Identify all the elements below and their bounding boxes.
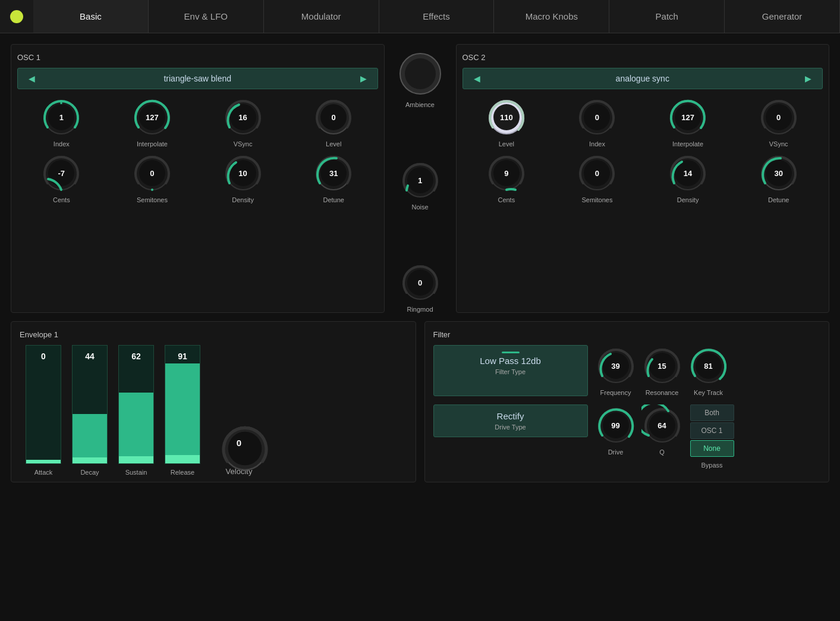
osc1-level-knob[interactable]: 0 — [313, 96, 354, 138]
velocity-knob[interactable]: 0 — [218, 422, 260, 463]
noise-knob-cell: 1 Noise — [399, 159, 441, 211]
svg-point-45 — [696, 353, 722, 379]
svg-point-39 — [228, 432, 262, 466]
svg-point-37 — [766, 160, 792, 186]
osc1-detune-knob[interactable]: 31 — [313, 152, 354, 194]
drive-type-selector[interactable]: Rectify Drive Type — [433, 404, 588, 437]
bypass-none-btn[interactable]: None — [690, 440, 734, 457]
osc2-cents-knob[interactable]: 9 — [486, 152, 527, 194]
svg-point-47 — [603, 412, 629, 438]
osc1-density-knob[interactable]: 10 — [222, 152, 264, 194]
osc2-level-big-knob-cell: 110 Level — [463, 96, 551, 148]
osc2-interpolate-knob[interactable]: 127 — [667, 96, 709, 138]
env-sustain-group: 62 Sustain — [118, 345, 154, 476]
osc2-density-knob[interactable]: 14 — [667, 152, 709, 194]
osc2-level-big-knob[interactable]: 110 — [486, 96, 527, 138]
ringmod-knob[interactable]: 0 — [399, 262, 441, 303]
keytrack-knob[interactable]: 81 — [688, 345, 729, 387]
filter-selector-accent — [502, 352, 520, 353]
osc1-cents-knob-cell: -7 Cents — [17, 152, 106, 203]
osc1-detune-knob-cell: 31 Detune — [290, 152, 378, 203]
osc2-knobs-row1: 110 Level 0 Index — [463, 96, 823, 148]
tab-basic[interactable]: Basic — [33, 0, 149, 33]
osc2-interpolate-knob-cell: 127 Interpolate — [644, 96, 732, 148]
osc2-semitones-knob[interactable]: 0 — [576, 152, 618, 194]
osc1-cents-knob[interactable]: -7 — [40, 152, 82, 194]
logo-circle — [10, 10, 23, 23]
velocity-section: 0 Velocity — [218, 422, 260, 476]
svg-point-15 — [320, 160, 347, 186]
envelope-bottom: 0 Attack 44 Decay — [20, 345, 407, 476]
osc2-detune-knob-cell: 30 Detune — [734, 152, 823, 203]
top-nav: Basic Env & LFO Modulator Effects Macro … — [0, 0, 840, 33]
bottom-sections: Envelope 1 0 Attack — [11, 321, 829, 482]
osc2-vsync-knob[interactable]: 0 — [758, 96, 800, 138]
svg-point-43 — [649, 353, 675, 379]
resonance-knob-cell: 15 Resonance — [641, 345, 683, 396]
frequency-knob[interactable]: 39 — [595, 345, 637, 387]
q-knob[interactable]: 64 — [641, 404, 683, 446]
osc2-index-knob[interactable]: 0 — [576, 96, 618, 138]
tab-patch[interactable]: Patch — [609, 0, 725, 33]
bypass-column: Both OSC 1 None Bypass — [690, 404, 734, 469]
osc1-prev-arrow[interactable]: ◀ — [24, 74, 40, 83]
osc2-waveform-label: analogue sync — [485, 74, 801, 83]
drive-knob[interactable]: 99 — [595, 404, 637, 446]
filter-type-selector[interactable]: Low Pass 12db Filter Type — [433, 345, 588, 396]
svg-point-17 — [405, 58, 436, 89]
osc1-index-knob[interactable]: 1 — [40, 96, 82, 138]
env-release-bar[interactable]: 91 — [165, 345, 200, 464]
svg-point-29 — [766, 104, 792, 130]
tab-effects[interactable]: Effects — [379, 0, 495, 33]
ambience-label: Ambience — [405, 101, 435, 108]
tab-macro-knobs[interactable]: Macro Knobs — [494, 0, 609, 33]
env-decay-bar[interactable]: 44 — [72, 345, 108, 464]
osc1-vsync-knob[interactable]: 16 — [222, 96, 264, 138]
osc1-semitones-knob[interactable]: 0 — [131, 152, 173, 194]
bypass-options: Both OSC 1 None — [690, 404, 734, 457]
svg-point-11 — [139, 160, 165, 186]
env-sustain-bar[interactable]: 62 — [118, 345, 154, 464]
osc2-vsync-knob-cell: 0 VSync — [734, 96, 823, 148]
svg-point-9 — [48, 160, 74, 186]
filter-type-text: Low Pass 12db — [480, 356, 541, 366]
tab-env-lfo[interactable]: Env & LFO — [149, 0, 264, 33]
env-decay-group: 44 Decay — [72, 345, 108, 476]
keytrack-knob-cell: 81 Key Track — [688, 345, 729, 396]
drive-type-text: Rectify — [497, 411, 524, 421]
tab-generator[interactable]: Generator — [725, 0, 840, 33]
envelope-title: Envelope 1 — [20, 330, 407, 339]
filter-knobs-row2: 99 Drive 64 — [595, 404, 683, 456]
nav-logo — [0, 10, 33, 23]
filter-top-row: Low Pass 12db Filter Type 39 — [433, 345, 821, 396]
osc1-interpolate-knob[interactable]: 127 — [131, 96, 173, 138]
resonance-knob[interactable]: 15 — [641, 345, 683, 387]
bypass-osc1-btn[interactable]: OSC 1 — [690, 422, 734, 439]
osc2-knobs-row2: 9 Cents 0 Semitones — [463, 152, 823, 203]
osc2-detune-knob[interactable]: 30 — [758, 152, 800, 194]
osc1-waveform-selector[interactable]: ◀ triangle-saw blend ▶ — [17, 68, 378, 89]
svg-point-3 — [139, 104, 165, 130]
env-attack-group: 0 Attack — [26, 345, 61, 476]
osc2-prev-arrow[interactable]: ◀ — [469, 74, 485, 83]
bypass-both-btn[interactable]: Both — [690, 404, 734, 421]
osc1-knobs-row2: -7 Cents 0 Semitones — [17, 152, 378, 203]
env-attack-bar[interactable]: 0 — [26, 345, 61, 464]
osc2-waveform-selector[interactable]: ◀ analogue sync ▶ — [463, 68, 823, 89]
noise-knob[interactable]: 1 — [399, 159, 441, 201]
osc1-next-arrow[interactable]: ▶ — [355, 74, 372, 83]
osc2-next-arrow[interactable]: ▶ — [800, 74, 816, 83]
osc2-title: OSC 2 — [463, 53, 823, 62]
envelope-section: Envelope 1 0 Attack — [11, 321, 416, 482]
osc2-index-knob-cell: 0 Index — [553, 96, 641, 148]
drive-type-label: Drive Type — [495, 424, 526, 431]
osc-sections: OSC 1 ◀ triangle-saw blend ▶ — [11, 44, 829, 313]
ambience-knob[interactable] — [397, 50, 444, 98]
tab-modulator[interactable]: Modulator — [264, 0, 379, 33]
filter-title: Filter — [433, 330, 821, 339]
osc1-level-knob-cell: 0 Level — [290, 96, 378, 148]
svg-point-33 — [584, 160, 610, 186]
svg-point-21 — [407, 269, 433, 296]
filter-bottom-row: Rectify Drive Type 99 — [433, 404, 821, 469]
bypass-label: Bypass — [690, 462, 734, 469]
